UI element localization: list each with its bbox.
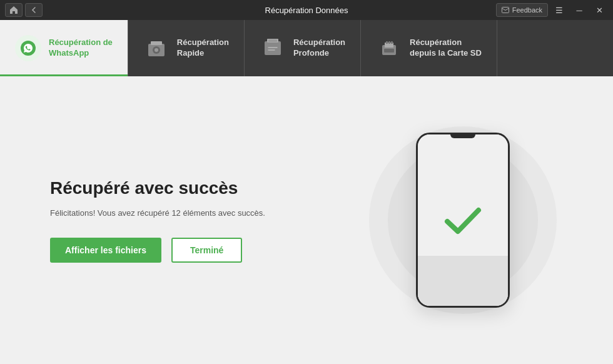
tab-rapide[interactable]: RécupérationRapide: [128, 20, 245, 76]
mail-icon: [502, 7, 509, 13]
back-button[interactable]: [25, 3, 43, 17]
close-button[interactable]: ✕: [590, 3, 608, 17]
nav-bar: Récupération deWhatsApp RécupérationRapi…: [0, 20, 613, 76]
svg-rect-3: [151, 41, 162, 45]
tab-carte-sd[interactable]: Récupérationdepuis la Carte SD: [361, 20, 497, 76]
whatsapp-tab-label: Récupération deWhatsApp: [49, 38, 113, 59]
button-row: Afficher les fichiers Terminé: [50, 238, 313, 263]
phone-screen: [418, 134, 508, 306]
svg-rect-6: [265, 41, 281, 55]
menu-button[interactable]: ☰: [550, 3, 568, 17]
title-bar: Récupération Données Feedback ☰ ─ ✕: [0, 0, 613, 20]
svg-rect-8: [268, 39, 277, 42]
app-title: Récupération Données: [265, 6, 348, 15]
phone-notch: [450, 134, 475, 138]
success-section: Récupéré avec succès Félicitations! Vous…: [50, 178, 313, 263]
main-content: Récupéré avec succès Félicitations! Vous…: [0, 76, 613, 364]
phone-body: [416, 133, 510, 308]
home-button[interactable]: [5, 3, 23, 17]
profonde-tab-label: RécupérationProfonde: [293, 38, 345, 59]
afficher-fichiers-button[interactable]: Afficher les fichiers: [50, 238, 161, 263]
minimize-button[interactable]: ─: [570, 3, 588, 17]
tab-whatsapp[interactable]: Récupération deWhatsApp: [0, 20, 128, 76]
title-bar-right: Feedback ☰ ─ ✕: [496, 3, 608, 17]
carte-sd-tab-icon: [376, 35, 402, 61]
tab-profonde[interactable]: RécupérationProfonde: [245, 20, 361, 76]
termine-button[interactable]: Terminé: [171, 238, 242, 263]
svg-rect-12: [388, 41, 390, 44]
phone-bottom-bg: [418, 256, 508, 306]
carte-sd-tab-label: Récupérationdepuis la Carte SD: [410, 38, 482, 59]
title-bar-left: [5, 3, 43, 17]
success-subtitle: Félicitations! Vous avez récupéré 12 élé…: [50, 208, 313, 218]
phone-illustration: [363, 101, 563, 339]
success-title: Récupéré avec succès: [50, 178, 313, 198]
whatsapp-tab-icon: [15, 35, 41, 61]
checkmark-icon: [438, 195, 488, 245]
svg-point-5: [155, 48, 158, 52]
feedback-button[interactable]: Feedback: [496, 3, 548, 17]
svg-rect-14: [384, 49, 394, 53]
svg-rect-13: [391, 41, 393, 44]
svg-rect-11: [386, 41, 388, 44]
rapide-tab-label: RécupérationRapide: [177, 38, 229, 59]
profonde-tab-icon: [260, 35, 286, 61]
rapide-tab-icon: [143, 35, 170, 61]
